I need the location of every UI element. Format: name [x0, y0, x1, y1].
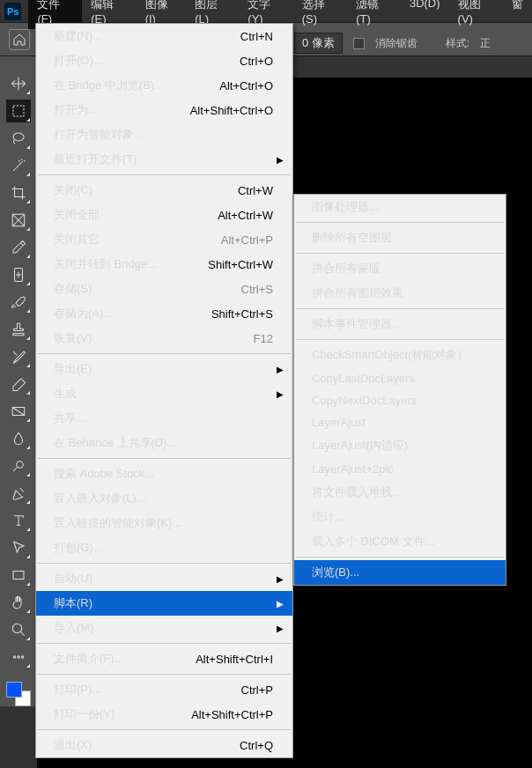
- scripts-menu-item-5[interactable]: 拼合所有图层效果: [294, 281, 506, 306]
- scripts-menu-item-13[interactable]: LayerAjust(内适应): [294, 433, 506, 458]
- menu-item-label: LayerAjust+2pic: [312, 462, 394, 476]
- file-menu-item-5[interactable]: 最近打开文件(T)▶: [36, 147, 292, 172]
- menu-item-label: CopyLastDocLayers: [312, 372, 415, 385]
- style-value: 正: [480, 36, 491, 51]
- svg-rect-0: [13, 106, 24, 116]
- menu-item-label: LayerAjust: [312, 416, 366, 429]
- file-menu-item-21[interactable]: 置入嵌入对象(L)...: [36, 486, 292, 511]
- svg-point-9: [17, 656, 18, 658]
- scripts-menu-separator: [296, 308, 504, 309]
- menu-item-shortcut: Shift+Ctrl+S: [211, 307, 273, 321]
- file-menu-item-25[interactable]: 自动(U)▶: [36, 566, 292, 591]
- tool-marquee[interactable]: [6, 100, 31, 122]
- menu-item-shortcut: Alt+Shift+Ctrl+I: [196, 653, 273, 666]
- scripts-menu-item-7[interactable]: 脚本事件管理器...: [294, 312, 506, 336]
- tool-gradient[interactable]: [6, 400, 31, 423]
- menubar-item-8[interactable]: 视图(V): [449, 0, 503, 29]
- file-menu-item-15[interactable]: 导出(E)▶: [36, 357, 292, 381]
- tool-brush[interactable]: [6, 291, 31, 314]
- tool-zoom[interactable]: [6, 618, 31, 641]
- file-menu-item-12[interactable]: 存储为(A)...Shift+Ctrl+S: [36, 301, 292, 326]
- scripts-menu-item-2[interactable]: 删除所有空图层: [294, 225, 506, 250]
- file-menu-item-4[interactable]: 打开为智能对象...: [36, 122, 292, 147]
- file-menu-item-3[interactable]: 打开为...Alt+Shift+Ctrl+O: [36, 98, 292, 122]
- file-menu-separator: [38, 643, 291, 644]
- file-menu-item-2[interactable]: 在 Bridge 中浏览(B)...Alt+Ctrl+O: [36, 73, 292, 98]
- file-menu-separator: [38, 674, 291, 675]
- tool-eraser[interactable]: [6, 373, 31, 395]
- svg-rect-6: [13, 572, 24, 580]
- file-menu-item-23: 打包(G)...: [36, 535, 292, 560]
- menubar-item-7[interactable]: 3D(D): [401, 0, 449, 29]
- scripts-menu-item-14[interactable]: LayerAjust+2pic: [294, 458, 506, 480]
- tool-blur[interactable]: [6, 427, 31, 450]
- tool-hand[interactable]: [6, 591, 31, 614]
- tool-dodge[interactable]: [6, 454, 31, 477]
- submenu-arrow-icon: ▶: [277, 155, 284, 165]
- file-menu-item-10[interactable]: 关闭并转到 Bridge...Shift+Ctrl+W: [36, 252, 292, 277]
- tool-heal[interactable]: [6, 263, 31, 286]
- scripts-menu-item-0[interactable]: 图像处理器...: [294, 195, 506, 219]
- file-menu-item-8[interactable]: 关闭全部Alt+Ctrl+W: [36, 203, 292, 227]
- tool-more[interactable]: [6, 646, 31, 668]
- file-menu-item-0[interactable]: 新建(N)...Ctrl+N: [36, 24, 292, 48]
- tool-rectangle[interactable]: [6, 564, 31, 587]
- file-menu-item-32[interactable]: 打印一份(Y)Alt+Shift+Ctrl+P: [36, 702, 292, 727]
- tool-path-select[interactable]: [6, 536, 31, 559]
- file-menu-item-11: 存储(S)Ctrl+S: [36, 277, 292, 301]
- file-menu-item-18[interactable]: 在 Behance 上共享(D)...: [36, 431, 292, 455]
- submenu-arrow-icon: ▶: [277, 599, 284, 609]
- menu-item-label: 生成: [54, 386, 77, 402]
- home-icon[interactable]: [9, 29, 30, 50]
- menu-item-label: 将文件载入堆栈...: [312, 484, 402, 500]
- tool-move[interactable]: [6, 72, 31, 95]
- scripts-menu-separator: [296, 253, 504, 254]
- scripts-menu-item-17[interactable]: 载入多个 DICOM 文件...: [294, 529, 506, 554]
- scripts-menu-item-16[interactable]: 统计...: [294, 505, 506, 529]
- tool-history[interactable]: [6, 345, 31, 368]
- feather-value[interactable]: 0 像素: [294, 33, 343, 54]
- menu-item-label: CheckSmartObject(智能对象): [312, 347, 462, 363]
- tool-crop[interactable]: [6, 181, 31, 204]
- menubar-item-5[interactable]: 选择(S): [293, 0, 347, 29]
- tool-wand[interactable]: [6, 154, 31, 177]
- scripts-menu-item-19[interactable]: 浏览(B)...: [294, 560, 506, 585]
- menu-item-label: 退出(X): [54, 737, 92, 753]
- scripts-menu-item-9[interactable]: CheckSmartObject(智能对象): [294, 343, 506, 367]
- tool-lasso[interactable]: [6, 127, 31, 150]
- menu-item-label: 载入多个 DICOM 文件...: [312, 534, 434, 550]
- menu-item-label: 打印(P)...: [54, 682, 101, 698]
- scripts-menu-item-15[interactable]: 将文件载入堆栈...: [294, 480, 506, 505]
- menu-item-shortcut: Ctrl+S: [241, 283, 273, 296]
- file-menu-item-20[interactable]: 搜索 Adobe Stock...: [36, 462, 292, 486]
- file-menu-item-16[interactable]: 生成▶: [36, 381, 292, 406]
- antialias-checkbox[interactable]: [353, 38, 365, 49]
- scripts-menu-item-11[interactable]: CopyNextDocLayers: [294, 389, 506, 411]
- menu-item-shortcut: F12: [254, 332, 273, 345]
- menubar-item-9[interactable]: 窗: [503, 0, 532, 29]
- menu-item-shortcut: Alt+Ctrl+W: [218, 209, 273, 222]
- scripts-menu-item-4[interactable]: 拼合所有蒙版: [294, 256, 506, 281]
- scripts-menu-item-10[interactable]: CopyLastDocLayers: [294, 367, 506, 389]
- tool-type[interactable]: [6, 509, 31, 532]
- file-menu-item-1[interactable]: 打开(O)...Ctrl+O: [36, 48, 292, 73]
- tool-frame[interactable]: [6, 209, 31, 232]
- file-menu-item-7[interactable]: 关闭(C)Ctrl+W: [36, 178, 292, 203]
- file-menu-item-9: 关闭其它Alt+Ctrl+P: [36, 227, 292, 252]
- scripts-menu-item-12[interactable]: LayerAjust: [294, 411, 506, 433]
- file-menu-item-27[interactable]: 导入(M)▶: [36, 616, 292, 640]
- file-menu-item-17[interactable]: 共享...: [36, 406, 292, 431]
- tool-eyedropper[interactable]: [6, 236, 31, 259]
- menu-item-label: 图像处理器...: [312, 199, 379, 215]
- file-menu-item-29[interactable]: 文件简介(F)...Alt+Shift+Ctrl+I: [36, 646, 292, 671]
- color-swatches[interactable]: [6, 682, 31, 706]
- menu-item-label: 最近打开文件(T): [54, 151, 137, 167]
- tool-pen[interactable]: [6, 482, 31, 505]
- file-menu-item-34[interactable]: 退出(X)Ctrl+Q: [36, 733, 292, 757]
- menu-item-label: 关闭其它: [54, 232, 100, 247]
- file-menu-item-26[interactable]: 脚本(R)▶: [36, 591, 292, 616]
- tool-stamp[interactable]: [6, 318, 31, 341]
- file-menu-item-31[interactable]: 打印(P)...Ctrl+P: [36, 677, 292, 702]
- menubar-item-6[interactable]: 滤镜(T): [347, 0, 401, 29]
- file-menu-item-22[interactable]: 置入链接的智能对象(K)...: [36, 511, 292, 535]
